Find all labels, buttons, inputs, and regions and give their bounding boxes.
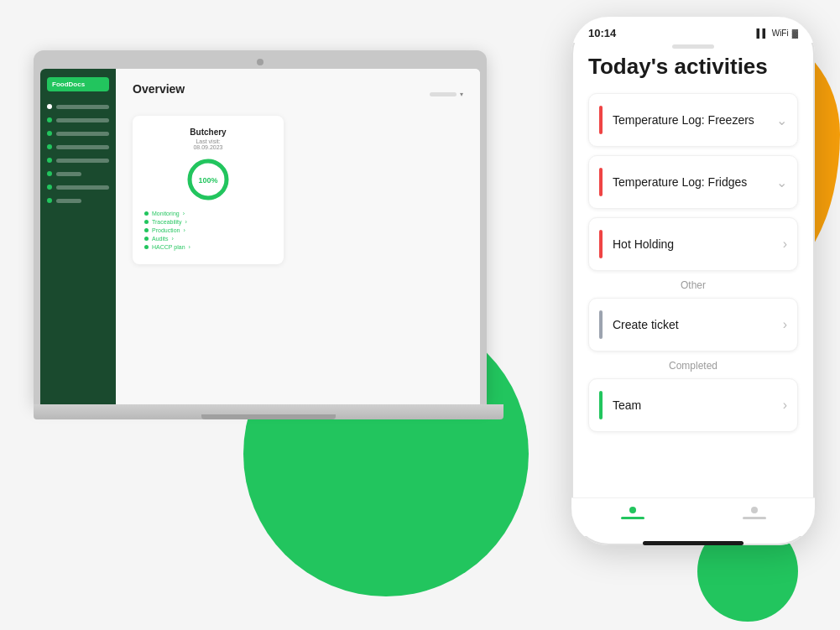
laptop-logo: FoodDocs <box>47 77 109 91</box>
activity-arrow-freezers: ⌄ <box>776 112 787 128</box>
phone-home-indicator <box>643 541 743 545</box>
laptop-base <box>34 404 503 419</box>
laptop-screen-inner: FoodDocs <box>40 69 480 404</box>
phone-status-bar: 10:14 ▌▌ WiFi ▓ <box>571 17 815 43</box>
laptop-nav-dot-4 <box>47 144 52 149</box>
activity-label-hot-holding: Hot Holding <box>613 237 783 251</box>
section-other: Other <box>588 279 798 291</box>
laptop-nav-dot-3 <box>47 131 52 136</box>
laptop-nav-dot-6 <box>47 171 52 176</box>
donut-chart: 100% <box>185 157 231 202</box>
activity-label-create-ticket: Create ticket <box>613 318 783 331</box>
phone-nav-home-line <box>621 517 644 519</box>
laptop-nav-item-2 <box>40 113 116 127</box>
phone-dropdown-area <box>571 43 815 54</box>
phone: 10:14 ▌▌ WiFi ▓ Today's activities Tempe… <box>571 17 815 545</box>
laptop-menu-audits: Audits › <box>144 236 272 242</box>
laptop-nav-bar-6 <box>56 172 81 176</box>
laptop-menu-monitoring: Monitoring › <box>144 211 272 216</box>
phone-nav-profile[interactable] <box>743 507 766 519</box>
laptop-nav-bar-5 <box>56 159 109 163</box>
phone-nav-home-dot <box>629 507 636 513</box>
activity-label-fridges: Temperature Log: Fridges <box>613 175 776 189</box>
activity-item-create-ticket[interactable]: Create ticket › <box>588 298 798 351</box>
laptop-nav-item-7 <box>40 180 116 194</box>
wifi-icon: WiFi <box>772 29 789 38</box>
laptop-card: Butchery Last visit: 08.09.2023 100% <box>133 116 284 264</box>
activity-border-hot-holding <box>599 230 603 258</box>
activity-border-freezers <box>599 106 603 134</box>
laptop-nav-dot-active <box>47 104 52 109</box>
laptop-nav-bar-4 <box>56 145 109 149</box>
laptop-sidebar: FoodDocs <box>40 69 116 404</box>
phone-status-icons: ▌▌ WiFi ▓ <box>757 29 798 38</box>
laptop-overview-title: Overview <box>133 82 185 96</box>
battery-icon: ▓ <box>792 29 798 38</box>
laptop-menu-haccp: HACCP plan › <box>144 244 272 250</box>
laptop-nav-item-4 <box>40 140 116 154</box>
laptop-nav-dot-8 <box>47 198 52 203</box>
section-completed: Completed <box>588 360 798 372</box>
laptop-nav-dot-2 <box>47 117 52 122</box>
signal-icon: ▌▌ <box>757 29 769 38</box>
activity-item-team[interactable]: Team › <box>588 378 798 432</box>
laptop-nav-item-6 <box>40 167 116 180</box>
phone-bottom-nav <box>571 497 815 536</box>
laptop-card-title: Butchery <box>144 128 272 137</box>
activity-border-create-ticket <box>599 310 603 339</box>
activity-arrow-team: › <box>783 398 787 413</box>
laptop-nav-bar-3 <box>56 132 109 136</box>
activity-border-fridges <box>599 168 603 196</box>
laptop-nav-bar-1 <box>56 105 109 109</box>
laptop-nav-active <box>40 100 116 113</box>
activity-label-team: Team <box>613 398 783 412</box>
laptop-nav-bar-7 <box>56 185 109 190</box>
laptop-camera <box>257 59 263 65</box>
donut-label: 100% <box>198 176 217 185</box>
laptop-menu-production: Production › <box>144 227 272 233</box>
laptop-nav-item-5 <box>40 154 116 167</box>
activity-item-freezers[interactable]: Temperature Log: Freezers ⌄ <box>588 93 798 147</box>
laptop-nav-item-3 <box>40 127 116 140</box>
phone-time: 10:14 <box>588 27 616 39</box>
phone-nav-home[interactable] <box>621 507 644 519</box>
activity-arrow-fridges: ⌄ <box>776 174 787 190</box>
activity-arrow-hot-holding: › <box>783 237 787 252</box>
laptop-screen: FoodDocs <box>34 50 487 404</box>
laptop-card-subtitle: Last visit: 08.09.2023 <box>144 138 272 150</box>
phone-nav-profile-dot <box>751 507 758 513</box>
laptop-nav-bar-2 <box>56 118 109 122</box>
donut-container: 100% <box>144 157 272 202</box>
activity-border-team <box>599 391 603 419</box>
laptop-nav-item-8 <box>40 194 116 207</box>
phone-title: Today's activities <box>588 54 798 80</box>
phone-nav-profile-line <box>743 517 766 519</box>
laptop-main: Overview ▾ Butchery Last visit: 08.09.20… <box>116 69 480 404</box>
laptop-menu-items: Monitoring › Traceability › Production › <box>144 211 272 250</box>
phone-dropdown-pill <box>672 44 714 49</box>
activity-arrow-create-ticket: › <box>783 317 787 332</box>
laptop-menu-traceability: Traceability › <box>144 219 272 225</box>
phone-content: Today's activities Temperature Log: Free… <box>571 54 815 497</box>
activity-item-hot-holding[interactable]: Hot Holding › <box>588 217 798 271</box>
activity-item-fridges[interactable]: Temperature Log: Fridges ⌄ <box>588 155 798 209</box>
laptop: FoodDocs <box>34 50 503 419</box>
laptop-nav-bar-8 <box>56 199 81 203</box>
laptop-nav-dot-7 <box>47 185 52 190</box>
laptop-dropdown-bar <box>430 92 457 96</box>
activity-label-freezers: Temperature Log: Freezers <box>613 113 776 127</box>
laptop-nav-dot-5 <box>47 158 52 163</box>
